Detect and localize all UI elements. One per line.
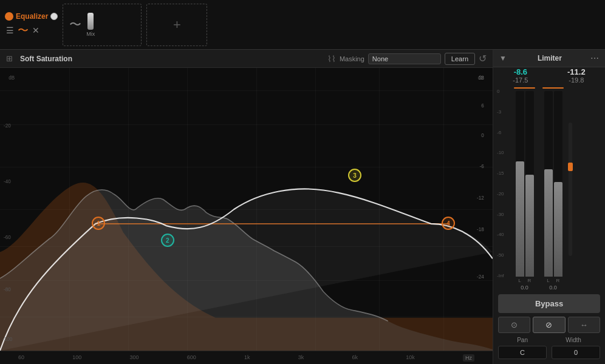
circle-icon: ⊙ <box>511 320 518 329</box>
eq-knob[interactable] <box>50 13 58 20</box>
freq-1k: 1k <box>244 354 250 362</box>
eq-grid-icon[interactable]: ⊞ <box>6 54 13 63</box>
svg-text:-18: -18 <box>477 226 484 232</box>
plugin-icons: ☰ 〜 ✕ <box>6 23 39 38</box>
pan-width-labels: Pan Width <box>493 337 605 343</box>
svg-text:-60: -60 <box>4 234 11 240</box>
add-module-button[interactable]: + <box>146 4 207 46</box>
meter-values: -8.6 -17.5 -11.2 -19.8 <box>493 67 605 84</box>
svg-text:-20: -20 <box>4 122 11 128</box>
eq-node-2-label: 2 <box>166 237 169 244</box>
pan-width-values: C 0 <box>493 346 605 364</box>
mix-knob-area: Mix <box>86 13 95 37</box>
add-icon: + <box>173 17 181 33</box>
meter-right-top: -11.2 <box>567 67 586 76</box>
freq-600: 600 <box>187 354 196 362</box>
eq-node-3[interactable]: 3 <box>348 169 361 182</box>
freq-300: 300 <box>129 354 138 362</box>
scale-10: -10 <box>497 150 511 155</box>
eq-toolbar: ⊞ Soft Saturation ⌇⌇ Masking None Bass M… <box>0 50 493 68</box>
meter-track-L2 <box>544 91 553 277</box>
svg-text:6: 6 <box>481 103 484 109</box>
left-channel-group: L R 0.0 <box>514 87 535 291</box>
width-label: Width <box>566 337 581 343</box>
pan-label: Pan <box>517 337 528 343</box>
freq-60: 60 <box>18 354 24 362</box>
eq-node-1[interactable]: 1 <box>92 217 105 230</box>
meter-scale: 0 -3 -6 -10 -15 -20 -30 -40 -50 -Inf <box>497 87 511 291</box>
svg-text:12: 12 <box>479 75 484 81</box>
freq-label-row: 60 100 300 600 1k 3k 6k 10k Hz <box>18 354 474 362</box>
scale-0: 0 <box>497 89 511 94</box>
meter-R1: R <box>525 91 534 283</box>
left-bottom-val: 0.0 <box>521 285 528 291</box>
slider-track-right[interactable] <box>569 123 572 256</box>
meter-label-L1: L <box>518 278 521 283</box>
scale-30: -30 <box>497 212 511 217</box>
limiter-expand-button[interactable]: ▼ <box>499 54 507 62</box>
meter-L2: L <box>544 91 553 283</box>
svg-text:0: 0 <box>481 132 484 138</box>
eq-title: Equalizer <box>16 12 48 21</box>
meter-area: 0 -3 -6 -10 -15 -20 -30 -40 -50 -Inf <box>493 87 605 291</box>
meter-fill-L2 <box>544 169 553 277</box>
right-meters: L R <box>544 91 562 283</box>
reset-button[interactable]: ↺ <box>479 53 487 64</box>
left-meters: L R <box>516 91 534 283</box>
masking-label: Masking <box>340 55 364 62</box>
left-peak-marker <box>514 87 535 89</box>
scale-inf: -Inf <box>497 273 511 278</box>
svg-text:-24: -24 <box>477 274 484 280</box>
eq-node-2[interactable]: 2 <box>161 234 174 247</box>
meter-R2: R <box>554 91 562 283</box>
svg-text:-40: -40 <box>4 178 11 184</box>
right-panel: ▼ Limiter ⋯ -8.6 -17.5 -11.2 -19.8 0 -3 … <box>493 50 605 364</box>
hz-label: Hz <box>463 354 474 362</box>
learn-button[interactable]: Learn <box>445 53 475 65</box>
eq-node-4-label: 4 <box>446 220 450 227</box>
hamburger-icon[interactable]: ☰ <box>6 26 14 35</box>
meter-left-top: -8.6 <box>514 67 527 76</box>
close-icon[interactable]: ✕ <box>32 26 39 35</box>
stereo-phase-button[interactable]: ⊘ <box>533 317 565 333</box>
svg-text:dB: dB <box>9 75 15 81</box>
arrows-icon: ↔ <box>580 320 588 329</box>
eq-graph[interactable]: dB 12 6 0 -6 -12 -18 -24 dB -20 -40 -60 … <box>0 68 493 351</box>
pan-value-box[interactable]: C <box>498 346 547 359</box>
svg-text:-6: -6 <box>480 163 485 169</box>
width-value-box[interactable]: 0 <box>552 346 600 359</box>
mix-label: Mix <box>86 31 95 37</box>
freq-labels: 60 100 300 600 1k 3k 6k 10k Hz <box>0 351 493 364</box>
scale-15: -15 <box>497 170 511 176</box>
masking-dropdown[interactable]: None Bass Mid High <box>368 53 441 64</box>
eq-dot-icon <box>5 12 13 21</box>
limiter-more-button[interactable]: ⋯ <box>590 53 599 63</box>
freq-10k: 10k <box>406 354 415 362</box>
meter-track-R1 <box>525 91 534 277</box>
eq-plugin-header: Equalizer <box>5 12 58 21</box>
svg-text:-100: -100 <box>2 335 13 342</box>
meter-label-L2: L <box>547 278 549 283</box>
meter-left-sub: -17.5 <box>513 76 528 84</box>
svg-text:-80: -80 <box>4 286 11 292</box>
stereo-controls: ⊙ ⊘ ↔ <box>493 317 605 333</box>
meter-label-R2: R <box>556 278 560 283</box>
meter-track-R2 <box>554 91 562 277</box>
stereo-pan-button[interactable]: ⊙ <box>498 317 530 333</box>
stereo-width-button[interactable]: ↔ <box>568 317 600 333</box>
masking-group: ⌇⌇ Masking None Bass Mid High Learn ↺ <box>327 53 487 65</box>
eq-wave-icon: 〜 <box>18 23 29 38</box>
slider-handle-right[interactable] <box>568 163 573 171</box>
eq-svg: dB 12 6 0 -6 -12 -18 -24 dB -20 -40 -60 … <box>0 68 493 351</box>
top-bar: Equalizer ☰ 〜 ✕ 〜 Mix + <box>0 0 605 50</box>
bypass-button[interactable]: Bypass <box>498 294 600 313</box>
eq-node-4[interactable]: 4 <box>442 217 455 230</box>
mix-knob[interactable] <box>87 13 94 30</box>
freq-6k: 6k <box>352 354 358 362</box>
svg-text:-12: -12 <box>477 194 484 200</box>
masking-wave-icon: ⌇⌇ <box>327 54 336 64</box>
right-peak-marker <box>542 87 564 89</box>
meter-track-L1 <box>516 91 524 277</box>
freq-100: 100 <box>72 354 81 362</box>
meter-fill-L1 <box>516 161 524 277</box>
